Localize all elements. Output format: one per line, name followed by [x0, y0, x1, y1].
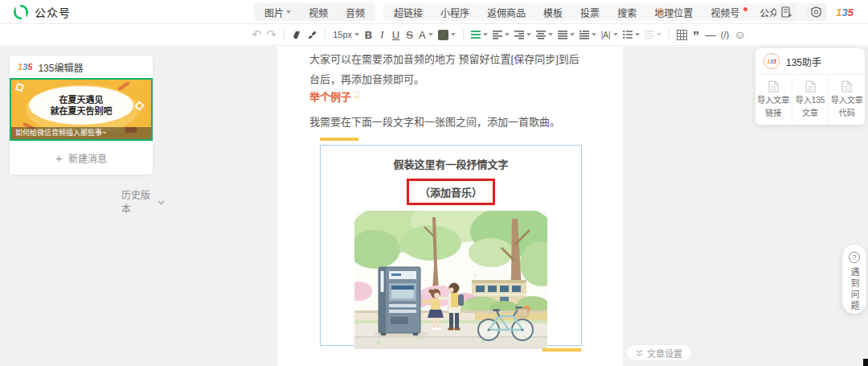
135-editor-logo: 135 [18, 62, 32, 72]
paragraph[interactable]: 我需要在下面一段文字和一张图之间，添加一首歌曲。 [309, 112, 579, 132]
workspace: 135 135编辑器 在夏天遇见 就在夏天告别吧 如何给微信音频插入那些事~ + [0, 47, 868, 366]
strikethrough-button[interactable]: S [403, 27, 416, 43]
chevron-down-icon [428, 33, 433, 36]
music-placeholder-row: （添加音乐） [321, 179, 581, 205]
menu-item-vote[interactable]: 投票 [571, 6, 608, 19]
blockquote-button[interactable]: ” [690, 27, 703, 43]
align-justify-icon [558, 30, 567, 39]
lyric-placeholder-text[interactable]: 假装这里有一段抒情文字 [321, 156, 581, 171]
thumbnail-title-line1: 在夏天遇见 [59, 94, 104, 105]
assistant-actions: 导入文章 链接 导入135 文章 导入文章 [755, 75, 865, 125]
code-button[interactable]: (/) [719, 27, 732, 43]
chevron-down-icon [451, 33, 456, 36]
editor-canvas[interactable]: 大家可以在需要添加音频的地方 预留好位置[保存同步]到后台后，再添加音频即可。 … [277, 47, 623, 366]
bullet-list-icon [623, 30, 633, 39]
menu-item-video[interactable]: 视频 [300, 6, 337, 19]
135-plugin-logo[interactable]: 135 [836, 6, 854, 19]
indent-button[interactable] [490, 27, 512, 43]
chevron-down-icon [354, 33, 359, 36]
chevron-down-icon [286, 10, 291, 14]
thumbnail-caption: 如何给微信音频插入那些事~ [11, 127, 151, 139]
help-feedback-button[interactable]: ? 遇到问题 [842, 245, 866, 314]
mp-logo-text: 公众号 [35, 4, 71, 20]
menu-item-miniprogram[interactable]: 小程序 [432, 6, 478, 19]
format-toolbar: ↶ ↷ 15px B I U S A [0, 24, 868, 46]
paragraph[interactable]: 大家可以在需要添加音频的地方 预留好位置[保存同步]到后台后，再添加音频即可。 [309, 49, 579, 89]
line-height-icon [471, 30, 481, 39]
list-button[interactable] [620, 27, 642, 43]
new-document-button[interactable] [776, 3, 796, 21]
menu-item-search[interactable]: 搜索 [608, 6, 645, 19]
menu-item-rebate-goods[interactable]: 返佣商品 [478, 6, 534, 19]
media-menu-group: 图片 视频 音频 [254, 3, 375, 21]
horizontal-rule-button[interactable]: — [703, 27, 719, 43]
menu-item-template[interactable]: 模板 [534, 6, 571, 19]
import-135-article-button[interactable]: 导入135 文章 [792, 75, 829, 125]
header-right-actions: 135 [776, 3, 854, 21]
menu-item-audio[interactable]: 音频 [337, 6, 374, 19]
table-icon [677, 30, 687, 40]
table-button[interactable] [674, 27, 690, 43]
line-height-button[interactable] [469, 27, 490, 43]
redo-button[interactable]: ↷ [264, 27, 280, 43]
font-size-select[interactable]: 15px [330, 27, 362, 43]
undo-button[interactable]: ↶ [249, 27, 264, 43]
article-cover-thumbnail[interactable]: 在夏天遇见 就在夏天告别吧 如何给微信音频插入那些事~ [10, 78, 153, 141]
align-center-icon [536, 30, 546, 39]
point-down-emoji: ☟ [353, 89, 360, 103]
menu-item-channels[interactable]: 视频号 [702, 6, 751, 19]
document-icon [841, 80, 852, 93]
text-direction-button[interactable] [642, 27, 664, 43]
menu-item-location[interactable]: 地理位置 [645, 6, 702, 19]
indent-icon [493, 30, 502, 39]
align-justify-button[interactable] [555, 27, 577, 43]
help-label: 遇到问题 [848, 267, 861, 312]
security-button[interactable] [806, 3, 826, 21]
wechat-mp-logo-icon [13, 4, 29, 20]
font-color-button[interactable]: A [416, 27, 436, 43]
article-settings-button[interactable]: 文章设置 [626, 344, 692, 361]
header-menu: 图片 视频 音频 超链接 小程序 返佣商品 模板 投票 搜索 地理位置 视频号 … [254, 3, 826, 21]
editor-brand-row: 135 135编辑器 [10, 56, 153, 78]
italic-button[interactable]: I [375, 27, 389, 43]
vending-machine [374, 267, 428, 337]
format-painter-button[interactable] [305, 27, 320, 43]
highlight-color-button[interactable] [436, 27, 458, 43]
illustration-image[interactable] [354, 211, 547, 349]
chevron-down-icon [635, 33, 640, 36]
mp-logo[interactable]: 公众号 [13, 0, 71, 24]
text-direction-icon [645, 30, 654, 39]
bold-button[interactable]: B [362, 27, 375, 43]
import-article-link-button[interactable]: 导入文章 链接 [755, 75, 792, 125]
menu-item-image[interactable]: 图片 [256, 6, 300, 19]
assistant-title: 135助手 [786, 55, 821, 68]
align-center-button[interactable] [534, 27, 555, 43]
underline-button[interactable]: U [389, 27, 403, 43]
import-article-code-button[interactable]: 导入文章 代码 [828, 75, 865, 125]
yellow-divider [542, 348, 581, 352]
editor-brand-name: 135编辑器 [38, 60, 83, 74]
paintbrush-icon [307, 30, 317, 40]
chevron-down-icon [483, 33, 488, 36]
menu-item-hyperlink[interactable]: 超链接 [385, 6, 432, 19]
letter-spacing-button[interactable]: |A| [599, 27, 620, 43]
document-plus-icon [781, 6, 792, 18]
example-heading[interactable]: 举个例子☟ [309, 88, 360, 104]
top-header: 公众号 图片 视频 音频 超链接 小程序 返佣商品 模板 投票 搜索 地理位置 … [0, 0, 868, 24]
thumbnail-title-line2: 就在夏天告别吧 [51, 105, 113, 117]
toolbar-divider [325, 29, 326, 40]
content-block[interactable]: 假装这里有一段抒情文字 （添加音乐） [320, 145, 582, 346]
screen-corner-artifact [863, 359, 868, 366]
color-swatch [438, 30, 448, 40]
history-version-button[interactable]: 历史版本 [121, 189, 165, 216]
first-line-indent-button[interactable] [577, 27, 599, 43]
chevron-down-icon [505, 33, 510, 36]
red-dot-badge [743, 7, 747, 11]
135-assistant-logo: 135 [764, 53, 780, 69]
music-placeholder[interactable]: （添加音乐） [407, 179, 495, 205]
format-clear-button[interactable] [289, 27, 305, 43]
chevron-down-icon [570, 33, 575, 36]
outdent-button[interactable] [512, 27, 534, 43]
emoji-button[interactable]: ☺ [732, 27, 748, 43]
new-message-button[interactable]: + 新建消息 [10, 141, 153, 175]
